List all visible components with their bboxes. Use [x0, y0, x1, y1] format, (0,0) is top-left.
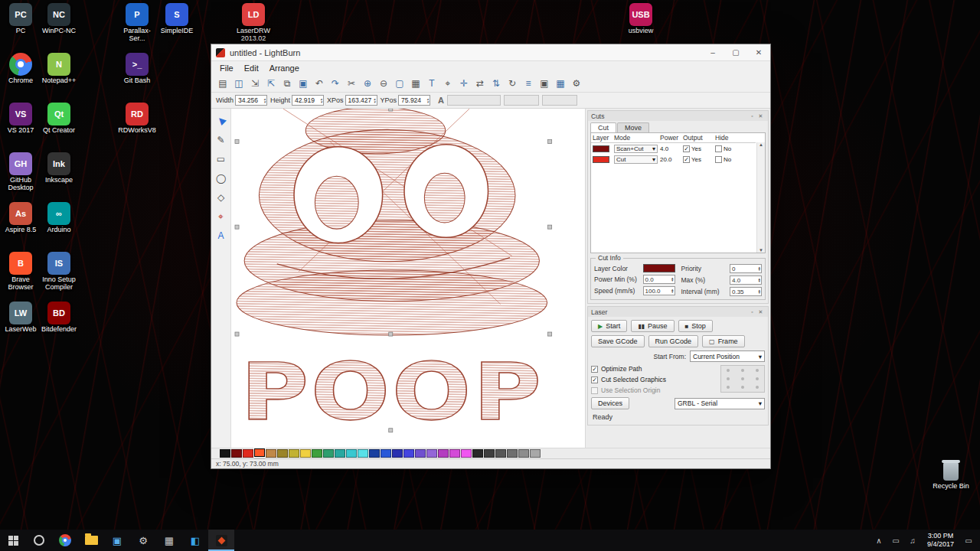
width-spinner[interactable]: ▴▾ [264, 97, 266, 103]
palette-swatch[interactable] [266, 449, 276, 458]
palette-swatch[interactable] [495, 449, 506, 458]
menu-file[interactable]: File [214, 63, 239, 73]
palette-swatch[interactable] [369, 449, 380, 458]
palette-swatch[interactable] [518, 449, 529, 458]
tool-draw-lines-button[interactable]: ✎ [214, 132, 229, 148]
tool-rectangle-button[interactable]: ▭ [214, 152, 229, 167]
palette-swatch[interactable] [289, 449, 299, 458]
toolbar-settings-button[interactable]: ⚙ [569, 76, 584, 91]
width-input[interactable]: 34.256 ▴▾ [235, 95, 267, 106]
checkbox[interactable]: ✓ [591, 377, 598, 383]
palette-swatch[interactable] [403, 449, 414, 458]
palette-swatch[interactable] [426, 449, 437, 458]
spinner[interactable]: ▴▾ [758, 266, 760, 272]
xpos-spinner[interactable]: ▴▾ [374, 97, 376, 103]
toolbar-move-machine-button[interactable]: ✛ [456, 76, 472, 91]
toolbar-paste-button[interactable]: ▣ [296, 76, 311, 91]
run-gcode-button[interactable]: Run GCode [648, 335, 699, 347]
tab-cut[interactable]: Cut [590, 122, 616, 132]
search-button[interactable] [26, 530, 52, 551]
palette-swatch[interactable] [415, 449, 426, 458]
tool-select-button[interactable]: ▶ [214, 113, 229, 129]
value-input[interactable]: 100.0▴▾ [643, 286, 675, 295]
value-input[interactable]: 4.0▴▾ [730, 276, 762, 285]
palette-swatch[interactable] [449, 449, 460, 458]
height-spinner[interactable]: ▴▾ [321, 97, 323, 103]
pause-button[interactable]: ▮▮ Pause [631, 320, 674, 332]
cuts-panel-header[interactable]: Cuts ▫ ✕ [588, 111, 768, 121]
minimize-button[interactable]: – [701, 44, 724, 60]
toolbar-export-button[interactable]: ⇱ [263, 76, 279, 91]
toolbar-mirror-h-button[interactable]: ⇄ [472, 76, 488, 91]
menu-edit[interactable]: Edit [239, 63, 264, 73]
taskbar-chrome[interactable] [52, 530, 78, 551]
desktop-icon-laserweb[interactable]: LWLaserWeb [2, 302, 40, 349]
palette-swatch[interactable] [243, 449, 253, 458]
layer-color-swatch[interactable] [643, 264, 675, 272]
float-panel-icon[interactable]: ▫ [748, 309, 756, 315]
palette-swatch[interactable] [530, 449, 541, 458]
tool-text-button[interactable]: A [214, 228, 229, 243]
hide-checkbox[interactable] [715, 156, 722, 163]
scroll-up-icon[interactable]: ▲ [759, 142, 763, 147]
desktop-icon-chrome[interactable]: Chrome [2, 53, 40, 100]
scroll-down-icon[interactable]: ▼ [759, 248, 763, 253]
frame-button[interactable]: ▢ Frame [702, 335, 745, 347]
palette-swatch[interactable] [312, 449, 322, 458]
option-cut-selected-graphics[interactable]: ✓Cut Selected Graphics [591, 376, 716, 383]
volume-icon[interactable]: ♫ [904, 536, 921, 545]
tab-move[interactable]: Move [617, 122, 649, 132]
palette-swatch[interactable] [277, 449, 288, 458]
output-checkbox[interactable]: ✓ [683, 145, 690, 152]
taskbar-clock[interactable]: 3:00 PM 9/4/2017 [923, 532, 959, 549]
checkbox[interactable] [591, 387, 598, 394]
chevron-up-icon[interactable]: ∧ [871, 536, 887, 545]
palette-swatch[interactable] [323, 449, 334, 458]
float-panel-icon[interactable]: ▫ [748, 113, 756, 119]
desktop-icon-github-desktop[interactable]: GHGitHub Desktop [2, 152, 40, 200]
value-input[interactable]: 0.0▴▾ [643, 275, 675, 284]
toolbar-array-button[interactable]: ▦ [553, 76, 568, 91]
palette-swatch[interactable] [392, 449, 403, 458]
poop-pupil-left[interactable] [315, 176, 358, 229]
taskbar-vscode[interactable]: ◧ [182, 530, 208, 551]
layer-row[interactable]: Scan+Cut▾4.0✓YesNo [591, 143, 756, 154]
close-panel-icon[interactable]: ✕ [756, 113, 765, 119]
menu-arrange[interactable]: Arrange [264, 63, 305, 73]
ypos-spinner[interactable]: ▴▾ [427, 97, 430, 103]
desktop-icon-vs-2017[interactable]: VSVS 2017 [2, 103, 40, 150]
toolbar-redo-button[interactable]: ↷ [328, 76, 343, 91]
palette-swatch[interactable] [335, 449, 345, 458]
desktop-icon-simpleide[interactable]: SSimpleIDE [158, 3, 196, 51]
palette-swatch[interactable] [461, 449, 472, 458]
ypos-input[interactable]: 75.924 ▴▾ [398, 95, 430, 106]
start-button[interactable] [0, 530, 26, 551]
toolbar-position-laser-button[interactable]: ⌖ [440, 76, 456, 91]
close-panel-icon[interactable]: ✕ [756, 309, 765, 315]
desktop-icon-arduino[interactable]: ∞Arduino [40, 202, 78, 249]
window-titlebar[interactable]: untitled - LightBurn – ▢ ✕ [211, 44, 770, 61]
tool-polygon-button[interactable]: ◇ [214, 190, 229, 205]
desktop-icon-brave-browser[interactable]: BBrave Browser [2, 252, 40, 299]
option-use-selection-origin[interactable]: Use Selection Origin [591, 386, 716, 394]
start-button[interactable]: ▶ Start [591, 320, 627, 332]
taskbar-file-explorer[interactable] [78, 530, 104, 551]
toolbar-text-button[interactable]: T [424, 76, 439, 91]
taskbar-photos[interactable]: ▣ [104, 530, 130, 551]
device-select[interactable]: GRBL - Serial ▾ [675, 398, 765, 409]
layer-power-value[interactable]: 20.0 [660, 156, 683, 163]
height-input[interactable]: 42.919 ▴▾ [292, 95, 324, 106]
desktop-icon-winpc-nc[interactable]: NCWinPC-NC [40, 3, 78, 51]
spinner[interactable]: ▴▾ [758, 289, 760, 295]
option-optimize-path[interactable]: ✓Optimize Path [591, 365, 716, 373]
action-center-icon[interactable]: ▭ [960, 536, 977, 545]
palette-swatch[interactable] [381, 449, 391, 458]
toolbar-save-button[interactable]: ◫ [231, 76, 247, 91]
desktop-icon-inkscape[interactable]: InkInkscape [40, 152, 78, 200]
palette-swatch[interactable] [484, 449, 495, 458]
spinner[interactable]: ▴▾ [671, 289, 674, 294]
palette-swatch[interactable] [300, 449, 311, 458]
start-from-select[interactable]: Current Position ▾ [690, 350, 765, 362]
spinner[interactable]: ▴▾ [758, 278, 760, 283]
layer-color-swatch[interactable] [593, 145, 609, 152]
